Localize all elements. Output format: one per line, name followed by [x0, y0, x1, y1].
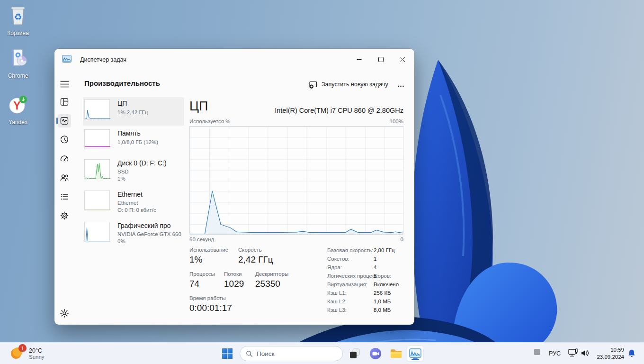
notification-bell-button[interactable]	[627, 349, 636, 360]
clock-date: 23.09.2024	[593, 354, 624, 361]
perf-list-item-disk[interactable]: Диск 0 (D: F: C:) SSD 1%	[83, 157, 184, 188]
perf-item-sub: 1% 2,42 ГГц	[117, 109, 148, 115]
spec-label: Ядра:	[327, 264, 342, 270]
perf-item-sub: NVIDIA GeForce GTX 660	[117, 231, 181, 237]
maximize-button[interactable]	[370, 50, 392, 69]
speed-value: 2,42 ГГц	[238, 255, 273, 265]
startup-apps-icon	[60, 154, 69, 164]
sidebar-item-services[interactable]	[58, 209, 71, 222]
weather-widget[interactable]: 1 20°C Sunny	[6, 343, 48, 364]
spec-label: Кэш L2:	[327, 299, 347, 304]
weather-condition: Sunny	[29, 354, 45, 360]
perf-item-sub: 0%	[117, 238, 125, 244]
graph-xmax-label: 0	[189, 237, 403, 242]
disk-mini-graph	[84, 159, 110, 179]
close-button[interactable]	[392, 50, 413, 69]
perf-item-title: ЦП	[117, 100, 127, 107]
search-icon	[246, 350, 253, 357]
search-input[interactable]	[257, 350, 328, 357]
task-manager-taskbar-button[interactable]	[407, 346, 423, 361]
perf-item-sub: 1,0/8,0 ГБ (12%)	[117, 139, 158, 145]
graph-ymax-label: 100%	[189, 118, 403, 124]
sidebar-item-users[interactable]	[58, 171, 71, 184]
volume-button[interactable]	[581, 349, 590, 359]
sidebar-item-settings[interactable]	[58, 307, 71, 320]
spec-value: 8	[374, 273, 376, 279]
start-button[interactable]	[220, 346, 235, 361]
cpu-device-name: Intel(R) Core(TM) i7 CPU 860 @ 2.80GHz	[189, 107, 403, 114]
handles-label: Дескрипторы	[255, 271, 288, 277]
task-manager-icon	[409, 348, 421, 359]
spec-value: 2,80 ГГц	[374, 247, 395, 253]
perf-list-item-memory[interactable]: Память 1,0/8,0 ГБ (12%)	[83, 127, 184, 155]
more-options-button[interactable]: ...	[394, 76, 409, 92]
sidebar-item-startup-apps[interactable]	[58, 152, 71, 165]
threads-value: 1029	[224, 279, 244, 289]
sidebar-item-details[interactable]	[58, 190, 71, 203]
task-manager-app-icon	[62, 55, 72, 64]
users-icon	[60, 173, 69, 182]
clock-time: 10:59	[593, 346, 624, 354]
spec-value: 256 КБ	[374, 290, 391, 296]
taskbar-search[interactable]	[240, 346, 343, 361]
chat-button[interactable]	[368, 346, 383, 361]
perf-item-title: Память	[117, 129, 141, 137]
bell-icon	[627, 349, 636, 358]
processes-icon	[60, 97, 69, 107]
task-view-icon	[349, 348, 360, 359]
uptime-value: 0:00:01:17	[189, 303, 232, 313]
spec-label: Кэш L1:	[327, 290, 347, 296]
perf-list-item-cpu[interactable]: ЦП 1% 2,42 ГГц	[83, 97, 184, 126]
tray-app-icon[interactable]	[534, 349, 540, 355]
network-button[interactable]	[568, 348, 579, 360]
speaker-icon	[581, 349, 590, 357]
run-new-task-label: Запустить новую задачу	[322, 81, 388, 88]
desktop-icon-recycle-bin[interactable]: ♻ Корзина	[0, 5, 36, 36]
spec-label: Логических процессоров:	[327, 273, 391, 279]
file-explorer-button[interactable]	[388, 346, 403, 361]
desktop-icon-label: Корзина	[0, 30, 36, 36]
sidebar-item-app-history[interactable]	[58, 133, 71, 146]
handles-value: 25350	[255, 279, 280, 289]
minimize-button[interactable]	[348, 50, 370, 69]
ethernet-mini-graph	[84, 191, 110, 210]
spec-value: 1	[374, 256, 376, 262]
spec-value: Включено	[374, 282, 399, 287]
perf-item-title: Графический про	[117, 222, 171, 229]
processes-label: Процессы	[189, 271, 215, 277]
spec-value: 8,0 МБ	[374, 307, 391, 313]
spec-value: 4	[374, 264, 376, 270]
sidebar-item-processes[interactable]	[58, 95, 71, 109]
hamburger-icon	[60, 81, 69, 88]
run-new-task-button[interactable]: Запустить новую задачу	[304, 76, 394, 92]
menu-button[interactable]	[58, 77, 71, 91]
desktop-icon-label: Chrome	[0, 73, 36, 79]
active-app-indicator	[411, 359, 419, 360]
window-title: Диспетчер задач	[80, 56, 126, 63]
language-indicator[interactable]: РУС	[549, 350, 561, 357]
close-icon	[400, 57, 405, 62]
clock[interactable]: 10:59 23.09.2024	[593, 346, 624, 361]
sidebar-item-performance[interactable]	[58, 114, 71, 127]
taskbar: 1 20°C Sunny	[0, 342, 644, 364]
task-manager-window: Диспетчер задач Производительность	[54, 49, 414, 325]
gpu-mini-graph	[84, 222, 110, 242]
desktop-icon-yandex[interactable]: Y Yandex	[0, 94, 36, 126]
ellipsis-icon: ...	[398, 81, 405, 88]
desktop-icon-chrome-installer[interactable]: Chrome	[0, 47, 36, 79]
memory-mini-graph	[84, 129, 110, 149]
spec-label: Базовая скорость:	[327, 247, 373, 253]
svg-text:♻: ♻	[14, 12, 22, 22]
perf-list-item-ethernet[interactable]: Ethernet Ethernet О: 0 П: 0 кбит/с	[83, 188, 184, 219]
task-view-button[interactable]	[347, 346, 362, 361]
threads-label: Потоки	[224, 271, 242, 277]
weather-temp: 20°C	[29, 347, 45, 354]
uptime-label: Время работы	[189, 295, 226, 301]
perf-list-item-gpu[interactable]: Графический про NVIDIA GeForce GTX 660 0…	[83, 219, 184, 251]
cpu-mini-graph	[84, 100, 110, 119]
perf-item-sub: О: 0 П: 0 кбит/с	[117, 207, 156, 213]
services-icon	[60, 211, 69, 220]
perf-item-title: Диск 0 (D: F: C:)	[117, 159, 167, 167]
minimize-icon	[357, 57, 362, 62]
performance-icon	[60, 116, 69, 126]
